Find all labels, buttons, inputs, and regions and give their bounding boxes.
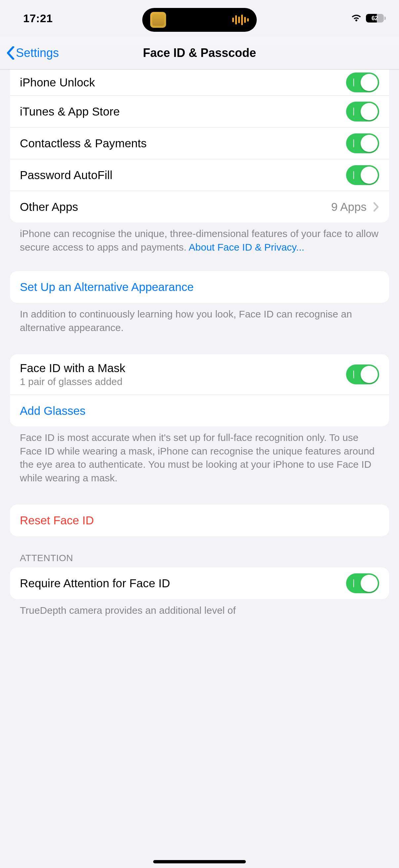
row-label: Other Apps (20, 200, 325, 214)
alt-appearance-footer: In addition to continuously learning how… (0, 303, 399, 334)
status-right: 62 (333, 14, 386, 23)
alt-appearance-group: Set Up an Alternative Appearance (10, 271, 389, 303)
add-glasses-label: Add Glasses (20, 404, 86, 417)
toggle-contactless-payments[interactable] (346, 133, 379, 153)
battery-indicator: 62 (366, 14, 386, 23)
row-faceid-mask: Face ID with a Mask 1 pair of glasses ad… (10, 354, 389, 395)
use-faceid-group: iPhone Unlock iTunes & App Store Contact… (10, 69, 389, 222)
setup-alt-appearance-label: Set Up an Alternative Appearance (20, 280, 194, 293)
row-password-autofill: Password AutoFill (10, 159, 389, 191)
attention-group: Require Attention for Face ID (10, 567, 389, 599)
nav-title: Face ID & Passcode (0, 46, 399, 60)
now-playing-artwork-icon (150, 12, 166, 28)
row-iphone-unlock: iPhone Unlock (10, 69, 389, 95)
wifi-icon (351, 14, 362, 22)
mask-group: Face ID with a Mask 1 pair of glasses ad… (10, 354, 389, 426)
about-faceid-privacy-link[interactable]: About Face ID & Privacy... (189, 242, 304, 253)
attention-footer-partial: TrueDepth camera provides an additional … (0, 599, 399, 617)
dynamic-island[interactable] (142, 8, 257, 32)
status-time: 17:21 (23, 12, 76, 25)
nav-bar: Settings Face ID & Passcode (0, 36, 399, 69)
attention-header: ATTENTION (0, 536, 399, 567)
row-label: Face ID with a Mask (20, 362, 339, 375)
other-apps-count: 9 Apps (331, 200, 367, 214)
reset-group: Reset Face ID (10, 504, 389, 536)
row-label: Password AutoFill (20, 168, 339, 182)
row-label: Contactless & Payments (20, 137, 339, 150)
battery-percent: 62 (366, 14, 384, 23)
toggle-password-autofill[interactable] (346, 165, 379, 185)
toggle-faceid-mask[interactable] (346, 365, 379, 384)
row-label: iPhone Unlock (20, 76, 339, 89)
audio-waveform-icon (232, 14, 249, 25)
back-button[interactable]: Settings (0, 46, 59, 60)
home-indicator[interactable] (153, 860, 246, 863)
row-setup-alt-appearance[interactable]: Set Up an Alternative Appearance (10, 271, 389, 303)
row-add-glasses[interactable]: Add Glasses (10, 395, 389, 426)
row-contactless-payments: Contactless & Payments (10, 127, 389, 159)
toggle-require-attention[interactable] (346, 574, 379, 593)
row-reset-faceid[interactable]: Reset Face ID (10, 504, 389, 536)
row-require-attention: Require Attention for Face ID (10, 567, 389, 599)
mask-footer: Face ID is most accurate when it's set u… (0, 426, 399, 485)
chevron-right-icon (373, 202, 379, 212)
reset-faceid-label: Reset Face ID (20, 514, 94, 527)
toggle-itunes-appstore[interactable] (346, 102, 379, 122)
glasses-subtitle: 1 pair of glasses added (20, 376, 339, 387)
row-other-apps[interactable]: Other Apps 9 Apps (10, 191, 389, 222)
row-itunes-appstore: iTunes & App Store (10, 95, 389, 127)
row-label: Require Attention for Face ID (20, 577, 339, 590)
settings-scroll[interactable]: iPhone Unlock iTunes & App Store Contact… (0, 69, 399, 868)
use-faceid-footer: iPhone can recognise the unique, three-d… (0, 222, 399, 254)
row-label: iTunes & App Store (20, 105, 339, 118)
back-label: Settings (16, 46, 59, 60)
toggle-iphone-unlock[interactable] (346, 72, 379, 92)
